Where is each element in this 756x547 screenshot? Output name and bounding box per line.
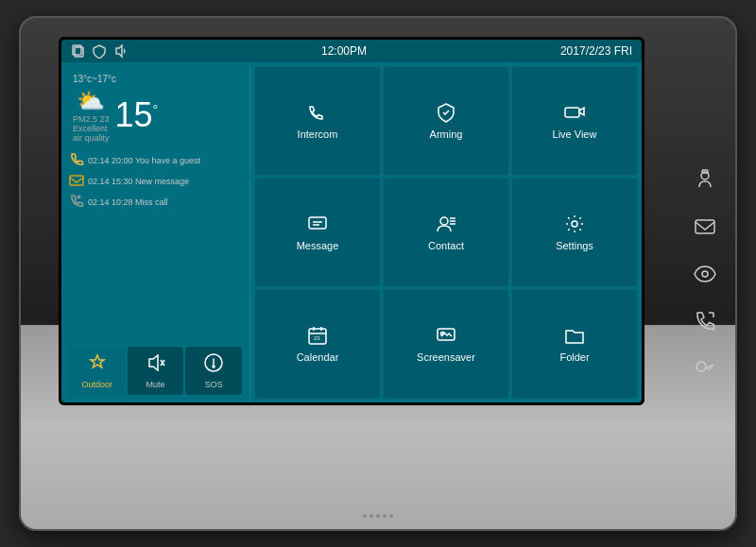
weather-pm: PM2.5 23 Excellent air quality xyxy=(73,114,110,143)
screensaver-button[interactable]: Screensaver xyxy=(383,289,509,399)
speaker-icon xyxy=(112,43,128,59)
mute-label: Mute xyxy=(146,380,165,389)
notif-text-3: 02.14 10:28 Miss call xyxy=(88,197,168,207)
app-grid: Intercom Arming xyxy=(250,62,642,402)
screensaver-label: Screensaver xyxy=(417,351,475,363)
contact-button[interactable]: Contact xyxy=(383,178,509,287)
notification-3: 02.14 10:28 Miss call xyxy=(69,194,242,211)
svg-point-26 xyxy=(441,333,444,335)
svg-point-33 xyxy=(696,362,706,371)
contact-label: Contact xyxy=(428,240,464,251)
arming-button[interactable]: Arming xyxy=(383,66,509,176)
screensaver-icon xyxy=(436,325,456,346)
side-buttons xyxy=(690,164,720,384)
calendar-icon: 23 xyxy=(307,325,328,346)
svg-marker-6 xyxy=(149,355,158,370)
shield-status-icon xyxy=(92,43,107,59)
svg-rect-12 xyxy=(309,217,326,229)
message-icon xyxy=(307,214,328,234)
message-notif-icon xyxy=(69,173,84,190)
contact-icon xyxy=(436,214,456,234)
status-icons xyxy=(71,43,128,59)
svg-rect-3 xyxy=(70,176,83,185)
weather-section: 13°c~17°c ⛅ PM2.5 23 Excellent air quali… xyxy=(69,70,242,146)
intercom-icon xyxy=(307,102,328,123)
quick-access: Outdoor Mute xyxy=(69,347,242,395)
phone-side-button[interactable] xyxy=(690,306,720,336)
notification-1: 02.14 20:00 You have a guest xyxy=(69,152,242,169)
settings-button[interactable]: Settings xyxy=(511,178,638,287)
phone-side-icon xyxy=(694,310,716,333)
notifications: 02.14 20:00 You have a guest 02.14 15:30… xyxy=(69,152,242,211)
message-label: Message xyxy=(297,240,339,251)
arming-icon xyxy=(436,102,456,123)
main-content: 13°c~17°c ⛅ PM2.5 23 Excellent air quali… xyxy=(61,62,642,402)
weather-temp-range: 13°c~17°c xyxy=(73,74,238,84)
notification-2: 02.14 15:30 New message xyxy=(69,173,242,190)
svg-rect-29 xyxy=(696,220,714,233)
speaker-dot xyxy=(363,514,367,518)
calendar-label: Calendar xyxy=(297,351,339,363)
liveview-label: Live View xyxy=(553,128,597,140)
mail-icon xyxy=(694,215,716,238)
notif-text-1: 02.14 20:00 You have a guest xyxy=(88,156,200,165)
folder-label: Folder xyxy=(559,351,589,363)
guard-icon xyxy=(694,168,716,191)
phone-notif-icon xyxy=(69,152,84,169)
eye-icon xyxy=(694,263,716,285)
settings-icon xyxy=(564,214,585,234)
sos-icon xyxy=(203,352,224,377)
sos-label: SOS xyxy=(205,380,223,389)
intercom-button[interactable]: Intercom xyxy=(254,66,381,176)
screen-container: 12:00PM 2017/2/23 FRI 13°c~17°c ⛅ PM2.5 … xyxy=(59,37,644,405)
message-button[interactable]: Message xyxy=(254,178,381,287)
speaker-dot xyxy=(369,514,373,518)
misscall-notif-icon xyxy=(69,194,84,211)
status-date: 2017/2/23 FRI xyxy=(560,44,632,58)
copy-icon xyxy=(71,43,86,59)
liveview-button[interactable]: Live View xyxy=(511,66,638,176)
weather-main: ⛅ PM2.5 23 Excellent air quality 15° xyxy=(73,88,238,143)
svg-marker-2 xyxy=(116,45,122,57)
status-time: 12:00PM xyxy=(321,44,367,58)
key-icon xyxy=(694,357,716,380)
svg-point-30 xyxy=(702,271,708,277)
svg-point-15 xyxy=(440,217,448,225)
weather-icon: ⛅ xyxy=(77,88,105,114)
notif-text-2: 02.14 15:30 New message xyxy=(88,177,189,186)
intercom-label: Intercom xyxy=(298,128,338,140)
screen: 12:00PM 2017/2/23 FRI 13°c~17°c ⛅ PM2.5 … xyxy=(61,40,642,402)
svg-point-19 xyxy=(572,221,577,227)
svg-point-10 xyxy=(213,366,215,368)
mute-button[interactable]: Mute xyxy=(128,347,184,395)
weather-temperature: 15° xyxy=(115,98,159,132)
eye-side-button[interactable] xyxy=(690,259,720,289)
folder-icon xyxy=(564,325,585,346)
outdoor-icon xyxy=(87,352,108,377)
mute-icon xyxy=(146,352,166,377)
key-side-button[interactable] xyxy=(690,353,720,384)
speaker-dots xyxy=(363,514,393,518)
calendar-button[interactable]: 23 Calendar xyxy=(254,289,381,399)
outdoor-button[interactable]: Outdoor xyxy=(69,347,126,395)
svg-text:23: 23 xyxy=(314,335,320,341)
speaker-dot xyxy=(389,514,393,518)
speaker-dot xyxy=(383,514,387,518)
arming-label: Arming xyxy=(430,128,463,140)
speaker-dot xyxy=(376,514,380,518)
device: 12:00PM 2017/2/23 FRI 13°c~17°c ⛅ PM2.5 … xyxy=(19,16,737,531)
guard-side-button[interactable] xyxy=(690,164,720,195)
outdoor-label: Outdoor xyxy=(82,380,113,389)
liveview-icon xyxy=(564,102,585,123)
status-bar: 12:00PM 2017/2/23 FRI xyxy=(61,40,642,62)
mail-side-button[interactable] xyxy=(690,212,720,242)
sos-button[interactable]: SOS xyxy=(185,347,242,395)
left-panel: 13°c~17°c ⛅ PM2.5 23 Excellent air quali… xyxy=(61,62,250,402)
svg-rect-11 xyxy=(565,108,579,117)
settings-label: Settings xyxy=(556,240,593,251)
folder-button[interactable]: Folder xyxy=(511,289,638,399)
